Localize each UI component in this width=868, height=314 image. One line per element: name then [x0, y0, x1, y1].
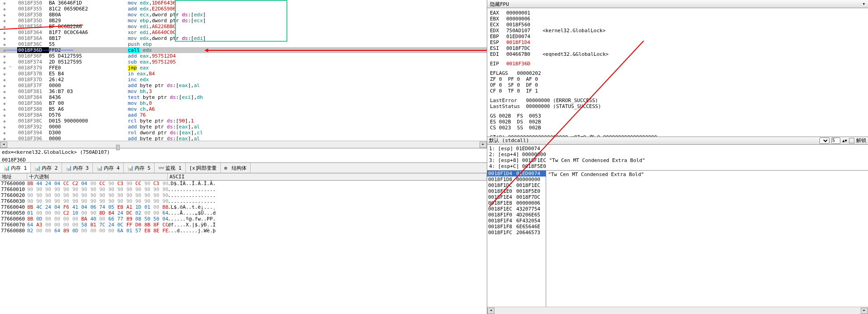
dump-row[interactable]: 7766002090 90 90 90 90 90 90 90 90 90 90… — [0, 192, 487, 198]
tab-icon: 📊 — [34, 165, 40, 171]
dump-tabs: 📊内存 1📊内存 2📊内存 3📊内存 4📊内存 5👓监视 1[x]局部变量⚙结构… — [0, 162, 487, 173]
scroll-left-button[interactable]: ◄ — [0, 142, 7, 148]
stack-arg-count[interactable] — [831, 137, 840, 144]
dump-header: 地址 十六进制 ASCII — [0, 173, 487, 181]
disassembly-view[interactable]: EIP ●0018F350BA 36646F1Dmov edx,1D6F6436… — [0, 0, 487, 141]
tab-icon: 📊 — [97, 165, 102, 171]
dump-row[interactable]: 7766003090 90 90 90 90 90 90 90 90 90 90… — [0, 198, 487, 204]
disasm-row[interactable]: ●^0018F379FFE0jmp eax — [0, 65, 487, 71]
tab-icon: 👓 — [158, 165, 164, 171]
disasm-row[interactable]: ●0018F36481F7 0C0C64A6xor edi,A6640C0C — [0, 29, 487, 35]
stack-detail: "Tw Cen MT Condensed Extra Bold" — [546, 171, 868, 307]
stack-row[interactable]: 0018F1DC0018F1EC — [487, 182, 546, 188]
stack-row[interactable]: 0018F1D800000000 — [487, 177, 546, 182]
disasm-row[interactable]: ●0018F37F0000add byte ptr ds:[eax],al — [0, 83, 487, 88]
disasm-row[interactable]: ●0018F3960000add byte ptr ds:[eax],al — [0, 136, 487, 141]
stack-row[interactable]: 0018F1F86E65646E — [487, 224, 546, 230]
tab-监视 1[interactable]: 👓监视 1 — [155, 163, 185, 173]
dump-header-ascii: ASCII — [168, 173, 487, 180]
tab-内存 1[interactable]: 📊内存 1 — [0, 163, 31, 173]
stack-header: 默认 (stdcall) ▲▼ 解锁 — [487, 137, 868, 145]
stack-arg-row: 4: [esp+C] 0018F5E0 — [489, 163, 866, 169]
stack-row[interactable]: 0018F1EC43207754 — [487, 206, 546, 212]
disasm-row[interactable]: ●0018F3920000add byte ptr ds:[eax],al — [0, 124, 487, 130]
collapse-icon[interactable]: ▾ — [862, 1, 865, 7]
info-line-1: edx=<kernel32.GlobalLock> (750AD107) — [2, 149, 485, 155]
disasm-row[interactable]: ●0018F386B7 00mov bh,0 — [0, 100, 487, 106]
dump-row[interactable]: 7766005001 00 00 00 C2 10 00 90 8D 84 24… — [0, 210, 487, 216]
tab-icon: [x] — [189, 165, 195, 171]
disasm-row[interactable]: ●0018F36A8B17mov edx,dword ptr ds:[edi] — [0, 35, 487, 41]
disasm-row[interactable]: ●0018F3848436test byte ptr ds:[esi],dh — [0, 94, 487, 100]
tab-icon: 📊 — [66, 165, 71, 171]
stack-convention: 默认 (stdcall) — [489, 137, 818, 144]
dump-row[interactable]: 7766007064 A3 00 00 00 00 58 81 7C 24 0C… — [0, 222, 487, 228]
dump-row[interactable]: 776600408B 4C 24 04 F6 41 04 06 74 05 E8… — [0, 204, 487, 210]
disasm-row[interactable]: ●0018F3742D 05127595sub eax,95751205 — [0, 59, 487, 65]
disasm-row[interactable]: ●0018F394D300rol dword ptr ds:[eax],cl — [0, 130, 487, 136]
dump-row[interactable]: 7766008002 00 00 64 89 0D 00 00 00 00 6A… — [0, 228, 487, 234]
stack-row[interactable]: 0018F1E800000006 — [487, 200, 546, 206]
disasm-row[interactable]: ●0018F38CD015 90000000rcl byte ptr ds:[9… — [0, 118, 487, 124]
disasm-row[interactable]: ●0018F36C55push ebp — [0, 41, 487, 47]
disasm-row[interactable]: ●0018F36F05 D4127595add eax,957512D4 — [0, 53, 487, 59]
disasm-row[interactable]: ●0018F35FBF BC6B22A6mov edi,A6226BBC — [0, 24, 487, 29]
memory-dump[interactable]: 地址 十六进制 ASCII 776600008B 44 24 04 CC C2 … — [0, 173, 487, 314]
dump-row[interactable]: 776600008B 44 24 04 CC C2 04 00 CC 90 C3… — [0, 181, 487, 186]
stack-arg-row: 1: [esp] 01ED0074 — [489, 146, 866, 152]
disasm-row[interactable]: ●0018F35B8B0Amov ecx,dword ptr ds:[edx] — [0, 12, 487, 18]
registers-panel[interactable]: 隐藏FPU ▾ EAX00000001EBX00000006ECX0018F56… — [487, 0, 868, 137]
stack-row[interactable]: 0018F1FC20646573 — [487, 230, 546, 236]
stack-row[interactable]: 0018F1E40018F7DC — [487, 194, 546, 200]
disasm-row[interactable]: ●0018F35581C2 0659D6E2add edx,E2D65906 — [0, 6, 487, 12]
tab-icon: 📊 — [127, 165, 133, 171]
dump-row[interactable]: 7766001090 90 90 90 90 90 90 90 90 90 90… — [0, 186, 487, 192]
stack-hscroll[interactable]: ◄ ► — [487, 307, 868, 314]
scroll-right-button[interactable]: ► — [480, 142, 487, 148]
dump-header-hex: 十六进制 — [27, 173, 168, 180]
disasm-row[interactable]: ●0018F38136:B7 03mov bh,3 — [0, 88, 487, 94]
tab-icon: ⚙ — [224, 165, 230, 171]
tab-内存 4[interactable]: 📊内存 4 — [93, 163, 124, 173]
tab-内存 2[interactable]: 📊内存 2 — [31, 163, 62, 173]
disasm-row[interactable]: ●0018F38AD576aad 76 — [0, 112, 487, 118]
stack-row[interactable]: 0018F1F46F432054 — [487, 218, 546, 224]
lock-icon[interactable] — [849, 138, 854, 143]
disasm-row[interactable]: ●0018F388B5 A6mov ch,A6 — [0, 106, 487, 112]
stack-arg-row: 2: [esp+4] 00000000 — [489, 152, 866, 157]
tab-局部变量[interactable]: [x]局部变量 — [186, 163, 221, 173]
info-bar: edx=<kernel32.GlobalLock> (750AD107) 001… — [0, 148, 487, 162]
stack-arg-row: 3: [esp+8] 0018F1EC "Tw Cen MT Condensed… — [489, 157, 866, 163]
disasm-hscroll[interactable]: ◄ ► — [0, 141, 487, 148]
stack-args: 1: [esp] 01ED00742: [esp+4] 000000003: [… — [487, 145, 868, 170]
tab-结构体[interactable]: ⚙结构体 — [221, 163, 251, 173]
registers-title: 隐藏FPU ▾ — [487, 0, 868, 8]
stack-convention-combo[interactable] — [820, 137, 829, 144]
tab-icon: 📊 — [4, 165, 9, 171]
tab-内存 3[interactable]: 📊内存 3 — [62, 163, 93, 173]
stack-row[interactable]: 0018F1E00018F5E0 — [487, 188, 546, 194]
disasm-row[interactable]: ●0018F350BA 36646F1Dmov edx,1D6F6436 — [0, 0, 487, 6]
stack-row[interactable]: 0018F1D401ED0074 — [487, 171, 546, 177]
dump-header-addr: 地址 — [0, 173, 27, 180]
stack-row[interactable]: 0018F1F04D206E65 — [487, 212, 546, 218]
lock-label[interactable]: 解锁 — [856, 137, 866, 144]
disasm-row[interactable]: ●0018F37D26:42inc edx — [0, 77, 487, 83]
eip-pointer-line — [5, 50, 73, 50]
tab-内存 5[interactable]: 📊内存 5 — [124, 163, 155, 173]
dump-row[interactable]: 776600608B 0D 00 00 00 00 BA 40 00 66 77… — [0, 216, 487, 222]
disasm-row[interactable]: ●0018F35D8B29mov ebp,dword ptr ds:[ecx] — [0, 18, 487, 24]
stack-view[interactable]: 0018F1D401ED00740018F1D8000000000018F1DC… — [487, 171, 546, 307]
disasm-row[interactable]: ●0018F37BE5 B4in eax,B4 — [0, 71, 487, 77]
